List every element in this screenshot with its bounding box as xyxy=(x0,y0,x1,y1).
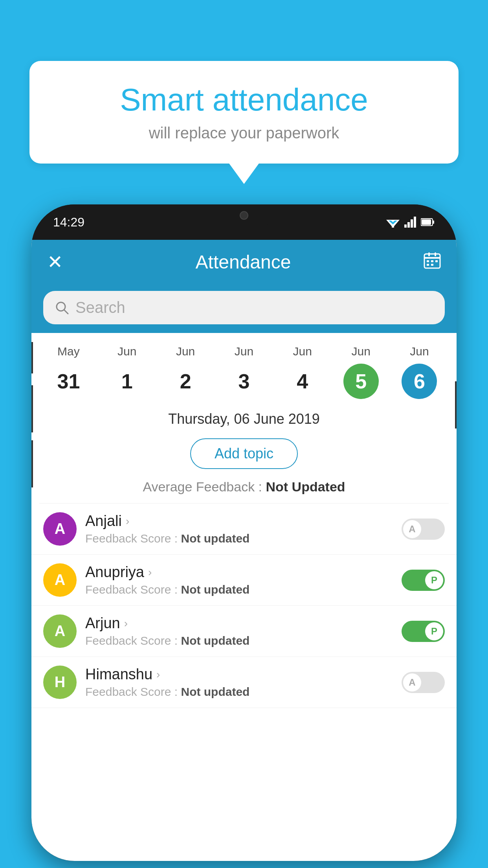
student-feedback: Feedback Score : Not updated xyxy=(85,685,402,699)
toggle-knob: A xyxy=(403,520,421,538)
search-bar[interactable]: Search xyxy=(43,291,445,324)
svg-rect-15 xyxy=(427,260,429,262)
student-avatar: A xyxy=(43,512,77,546)
student-info: Anupriya ›Feedback Score : Not updated xyxy=(85,564,402,596)
speech-bubble-container: Smart attendance will replace your paper… xyxy=(29,61,459,164)
chevron-icon: › xyxy=(148,566,152,579)
average-feedback: Average Feedback : Not Updated xyxy=(31,476,457,503)
cal-month-label: Jun xyxy=(351,345,370,358)
toggle-knob: P xyxy=(425,622,443,640)
volume-down-button xyxy=(31,385,33,432)
speech-bubble: Smart attendance will replace your paper… xyxy=(29,61,459,164)
silent-button xyxy=(31,440,33,487)
wifi-icon xyxy=(386,217,400,228)
avg-feedback-label: Average Feedback : Not Updated xyxy=(143,479,345,494)
volume-up-button xyxy=(31,342,33,373)
student-item[interactable]: HHimanshu ›Feedback Score : Not updatedA xyxy=(31,657,457,708)
status-bar: 14:29 xyxy=(31,204,457,240)
cal-date-number: 1 xyxy=(109,364,145,399)
svg-rect-6 xyxy=(411,219,413,228)
app-screen: ✕ Attendance xyxy=(31,240,457,861)
page-title: Attendance xyxy=(196,251,291,273)
toggle-knob: A xyxy=(403,673,421,691)
phone-frame: 14:29 xyxy=(31,204,457,861)
add-topic-button[interactable]: Add topic xyxy=(190,438,298,469)
attendance-toggle-anupriya[interactable]: P xyxy=(402,570,445,591)
signal-icon xyxy=(404,217,416,228)
cal-month-label: Jun xyxy=(235,345,253,358)
student-avatar: A xyxy=(43,563,77,597)
chevron-icon: › xyxy=(124,617,128,630)
status-time: 14:29 xyxy=(53,215,84,230)
calendar-day[interactable]: Jun6 xyxy=(396,345,443,399)
search-bar-container: Search xyxy=(31,284,457,333)
toggle-knob: P xyxy=(425,571,443,589)
close-button[interactable]: ✕ xyxy=(47,251,63,273)
attendance-toggle-himanshu[interactable]: A xyxy=(402,672,445,693)
svg-rect-10 xyxy=(422,219,431,225)
student-info: Arjun ›Feedback Score : Not updated xyxy=(85,615,402,647)
cal-month-label: Jun xyxy=(410,345,429,358)
student-item[interactable]: AArjun ›Feedback Score : Not updatedP xyxy=(31,606,457,657)
cal-month-label: Jun xyxy=(117,345,136,358)
calendar-day[interactable]: Jun4 xyxy=(279,345,326,399)
add-topic-container: Add topic xyxy=(31,434,457,476)
student-name: Anjali › xyxy=(85,513,402,530)
calendar-day[interactable]: Jun2 xyxy=(162,345,209,399)
cal-date-number: 2 xyxy=(168,364,203,399)
calendar-day[interactable]: May31 xyxy=(45,345,92,399)
power-button xyxy=(455,381,457,428)
app-header: ✕ Attendance xyxy=(31,240,457,284)
svg-rect-9 xyxy=(433,221,434,224)
calendar-day[interactable]: Jun5 xyxy=(338,345,385,399)
selected-date-info: Thursday, 06 June 2019 xyxy=(31,407,457,434)
bubble-subtitle: will replace your paperwork xyxy=(53,124,435,142)
feedback-value: Not updated xyxy=(181,583,250,596)
student-feedback: Feedback Score : Not updated xyxy=(85,634,402,647)
feedback-value: Not updated xyxy=(181,685,250,698)
student-name: Himanshu › xyxy=(85,666,402,683)
svg-line-21 xyxy=(64,310,68,314)
svg-rect-13 xyxy=(428,252,430,256)
search-placeholder: Search xyxy=(75,299,125,316)
calendar-icon[interactable] xyxy=(424,252,441,272)
cal-date-number: 4 xyxy=(285,364,320,399)
attendance-toggle-arjun[interactable]: P xyxy=(402,621,445,642)
status-icons xyxy=(386,217,435,228)
student-avatar: A xyxy=(43,614,77,648)
student-avatar: H xyxy=(43,666,77,699)
student-info: Anjali ›Feedback Score : Not updated xyxy=(85,513,402,545)
student-info: Himanshu ›Feedback Score : Not updated xyxy=(85,666,402,699)
svg-rect-12 xyxy=(424,257,440,259)
cal-month-label: Jun xyxy=(176,345,195,358)
cal-date-number: 3 xyxy=(226,364,262,399)
calendar-day[interactable]: Jun1 xyxy=(103,345,150,399)
student-item[interactable]: AAnupriya ›Feedback Score : Not updatedP xyxy=(31,555,457,606)
svg-rect-18 xyxy=(427,264,429,266)
chevron-icon: › xyxy=(126,515,129,528)
attendance-toggle-anjali[interactable]: A xyxy=(402,519,445,540)
camera-dot xyxy=(240,211,248,220)
cal-month-label: Jun xyxy=(293,345,312,358)
feedback-value: Not updated xyxy=(181,634,250,647)
svg-rect-5 xyxy=(407,222,410,228)
student-name: Anupriya › xyxy=(85,564,402,581)
battery-icon xyxy=(421,218,435,226)
student-item[interactable]: AAnjali ›Feedback Score : Not updatedA xyxy=(31,504,457,555)
svg-rect-17 xyxy=(435,260,438,262)
cal-date-number: 6 xyxy=(402,364,437,399)
student-feedback: Feedback Score : Not updated xyxy=(85,532,402,545)
student-list: AAnjali ›Feedback Score : Not updatedAAA… xyxy=(31,504,457,861)
svg-rect-7 xyxy=(414,217,416,228)
cal-date-number: 31 xyxy=(51,364,86,399)
svg-rect-14 xyxy=(435,252,436,256)
calendar-strip: May31Jun1Jun2Jun3Jun4Jun5Jun6 xyxy=(31,333,457,407)
calendar-day[interactable]: Jun3 xyxy=(220,345,268,399)
avg-feedback-value: Not Updated xyxy=(266,479,345,494)
svg-rect-19 xyxy=(431,264,433,266)
svg-rect-16 xyxy=(431,260,433,262)
feedback-value: Not updated xyxy=(181,532,250,545)
chevron-icon: › xyxy=(156,668,160,681)
search-icon xyxy=(55,301,69,315)
student-feedback: Feedback Score : Not updated xyxy=(85,583,402,596)
